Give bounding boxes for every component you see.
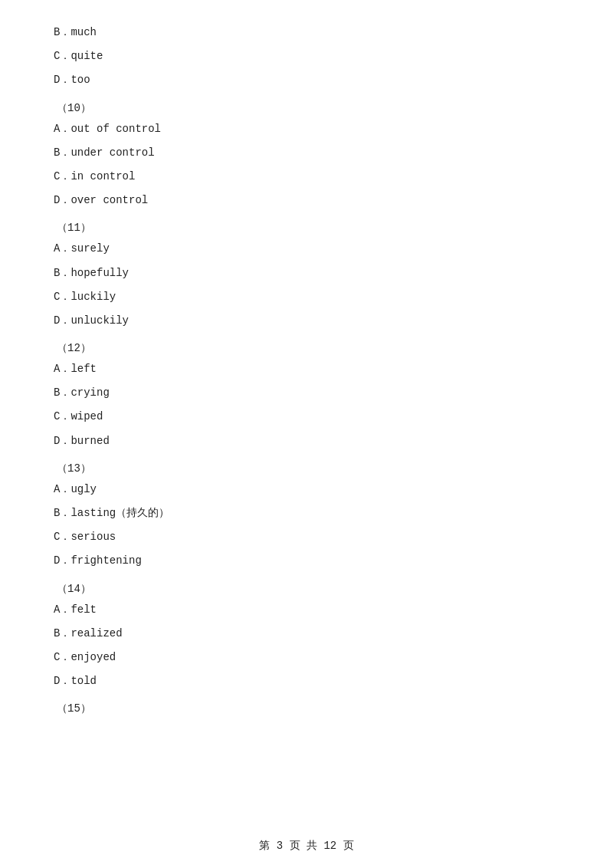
question-13-num: （13） [54, 462, 559, 475]
option-11-d: D．unluckily [54, 311, 559, 330]
question-10-num: （10） [54, 101, 559, 115]
option-10-c: C．in control [54, 167, 559, 186]
question-15-num: （15） [54, 702, 559, 715]
option-13-a: A．ugly [54, 480, 559, 499]
option-13-d: D．frightening [54, 551, 559, 570]
option-13-c: C．serious [54, 528, 559, 547]
option-c-quite: C．quite [54, 47, 559, 66]
question-14-num: （14） [54, 582, 559, 596]
option-b-much: B．much [54, 23, 559, 42]
page-footer: 第 3 页 共 12 页 [0, 839, 613, 853]
option-14-a: A．felt [54, 600, 559, 620]
option-11-a: A．surely [54, 239, 559, 258]
question-11-num: （11） [54, 221, 559, 235]
question-12-num: （12） [54, 341, 559, 355]
option-10-b: B．under control [54, 143, 559, 163]
option-12-c: C．wiped [54, 407, 559, 426]
option-10-a: A．out of control [54, 120, 559, 139]
option-12-d: D．burned [54, 432, 559, 451]
option-14-d: D．told [54, 672, 559, 691]
option-12-a: A．left [54, 360, 559, 379]
option-11-c: C．luckily [54, 288, 559, 307]
option-14-b: B．realized [54, 624, 559, 643]
option-12-b: B．crying [54, 383, 559, 403]
option-11-b: B．hopefully [54, 264, 559, 283]
option-d-too: D．too [54, 71, 559, 90]
option-14-c: C．enjoyed [54, 648, 559, 667]
main-content: B．much C．quite D．too （10） A．out of contr… [0, 0, 613, 766]
option-13-b: B．lasting（持久的） [54, 504, 559, 523]
option-10-d: D．over control [54, 191, 559, 210]
